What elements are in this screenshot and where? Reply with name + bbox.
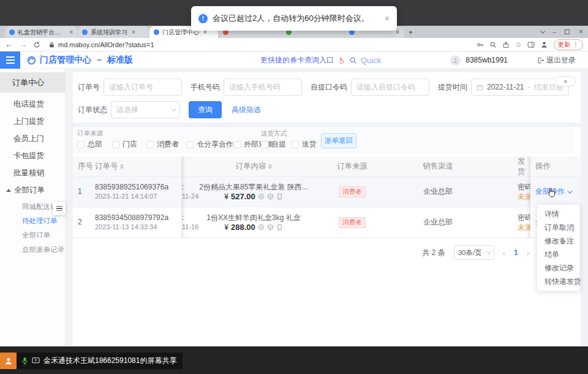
key-icon[interactable] <box>477 41 484 48</box>
table-header: 序号 订单号 订单内容 订单来源 销售渠道 发货 操作 <box>73 156 581 177</box>
action-dropdown-menu: 详情 订单取消 修改备注 结单 修改记录 转快递发货 <box>537 204 580 291</box>
tab-close-icon[interactable]: × <box>132 29 135 36</box>
all-actions-dropdown[interactable]: 全部操作 <box>535 186 581 197</box>
share-text: 金禾通技术王斌18662591081的屏幕共享 <box>43 356 176 366</box>
browser-update-button[interactable]: 更新 ⋮ <box>554 39 583 50</box>
page-size-select[interactable]: 30条/页 <box>454 245 494 260</box>
menu-item-close-order[interactable]: 结单 <box>537 248 579 261</box>
new-tab-button[interactable]: + <box>404 26 418 38</box>
checkbox-label: 送货 <box>302 139 317 150</box>
search-button[interactable]: 查询 <box>189 101 222 118</box>
address-bar-actions: ☆ 更新 ⋮ <box>477 39 583 50</box>
close-window-icon[interactable]: × <box>578 27 583 36</box>
reload-icon[interactable] <box>33 41 40 48</box>
tab-close-icon[interactable]: × <box>69 29 73 36</box>
sidebar-item-batch-verify[interactable]: 批量核销 <box>0 164 66 181</box>
meeting-toast: ! 会议已超过2人，自动转为60分钟限时会议。 × <box>191 6 397 31</box>
side-panel-icon[interactable] <box>527 41 535 48</box>
menu-hamburger-button[interactable] <box>0 52 20 69</box>
source-badge: 消费者 <box>339 186 366 197</box>
sort-icon[interactable] <box>120 164 124 169</box>
checkbox-self-pickup[interactable]: 自提 <box>261 139 286 150</box>
checkbox-store[interactable]: 门店 <box>112 139 137 150</box>
url-field[interactable]: md.maboy.cn/AllOrder?status=1 <box>47 41 470 48</box>
sidebar-subitem-all-orders[interactable]: 全部订单 <box>0 228 66 242</box>
browser-tab[interactable]: 系统培训学习 × <box>78 26 149 38</box>
minimize-icon[interactable]: – <box>552 28 556 36</box>
checkbox-label: 门店 <box>123 139 137 150</box>
order-no-input[interactable] <box>104 78 182 96</box>
filter-card: 订单号 手机号码 自提口令码 提货时间 2022-11-21 - 结束日期 订单… <box>73 72 581 123</box>
profile-icon[interactable] <box>540 40 548 48</box>
row-index: 2 <box>78 218 94 227</box>
forward-icon[interactable]: → <box>19 40 27 49</box>
box-icon <box>267 193 274 200</box>
tab-close-icon[interactable]: × <box>396 29 399 36</box>
sidebar-subitem-pending-orders[interactable]: 待处理订单 <box>0 214 66 228</box>
order-no-label: 订单号 <box>78 82 100 93</box>
table-row[interactable]: 1 83859389251069376a 2023-11-21 14:14:07… <box>73 177 581 207</box>
current-page[interactable]: 1 <box>514 248 518 257</box>
bookmark-star-icon[interactable]: ☆ <box>515 40 522 49</box>
quick-search-icon[interactable] <box>349 56 357 64</box>
order-status-select[interactable]: 请选择 <box>111 101 180 118</box>
sidebar-item-phone-pickup[interactable]: 电话提货 <box>0 96 66 113</box>
maximize-icon[interactable] <box>565 29 570 34</box>
order-source-label: 订单来源 <box>77 129 103 138</box>
prev-page-icon[interactable]: ‹ <box>503 248 505 258</box>
checkbox-icon <box>233 141 241 148</box>
date-range-picker[interactable]: 2022-11-21 - 结束日期 <box>471 78 569 96</box>
menu-item-to-express[interactable]: 转快递发货 <box>537 275 579 288</box>
zoom-icon[interactable] <box>489 41 497 48</box>
checkbox-warehouse-share[interactable]: 仓分享合作 <box>186 139 233 150</box>
date-dash: - <box>528 83 530 91</box>
order-number: 83859389251069376a <box>95 183 181 192</box>
sidebar-item-cardpack-pickup[interactable]: 卡包提货 <box>0 147 66 164</box>
chevron-down-icon <box>567 188 572 193</box>
mic-icon <box>21 357 28 365</box>
fixed-column-shadow <box>181 156 186 238</box>
dispatch-return-button[interactable]: 派单退回 <box>321 133 356 148</box>
pickup-code-input[interactable] <box>351 78 429 96</box>
tab-favicon <box>154 29 159 35</box>
checkbox-icon <box>186 141 194 148</box>
sidebar-item-door-pickup[interactable]: 上门提货 <box>0 113 66 130</box>
info-icon: ! <box>198 14 208 23</box>
menu-item-edit-history[interactable]: 修改记录 <box>537 261 579 275</box>
checkbox-label: 总部 <box>88 139 102 150</box>
sidebar-collapse-handle[interactable] <box>53 202 66 215</box>
checkbox-hq[interactable]: 总部 <box>77 139 102 150</box>
sidebar-subitem-hq-dispatch-records[interactable]: 总部派单记录 <box>0 243 66 257</box>
sort-icon[interactable] <box>268 164 272 169</box>
table-row[interactable]: 2 83859345088979792a 2023-11-13 14:33:34… <box>73 207 581 238</box>
price-value: 527.00 <box>231 192 255 201</box>
checkbox-consumer[interactable]: 消费者 <box>146 139 179 150</box>
coupon-query-link[interactable]: 更快捷的券卡查询入口 <box>260 55 334 66</box>
back-icon[interactable]: ← <box>5 40 13 49</box>
sidebar-item-member-visit[interactable]: 会员上门 <box>0 130 66 147</box>
quick-label[interactable]: Quick <box>361 56 381 65</box>
advanced-filter-link[interactable]: 高级筛选 <box>232 105 261 115</box>
box-icon <box>267 224 274 231</box>
calendar-icon <box>477 84 483 91</box>
checkbox-delivery[interactable]: 送货 <box>292 139 317 150</box>
checkbox-label: 仓分享合作 <box>197 139 233 150</box>
menu-item-details[interactable]: 详情 <box>537 207 579 221</box>
menu-item-edit-remark[interactable]: 修改备注 <box>537 234 579 248</box>
col-order-no[interactable]: 订单号 <box>95 156 124 177</box>
phone-input[interactable] <box>224 78 302 96</box>
collapse-filters-button[interactable]: » <box>555 76 576 86</box>
browser-tab[interactable]: 礼盒营销平台管理中心 × <box>5 26 77 38</box>
order-content-title: 2份精品大果85苹果礼盒装 陕西... <box>199 182 307 192</box>
menu-item-cancel-order[interactable]: 订单取消 <box>537 221 579 234</box>
checkbox-icon <box>146 141 154 148</box>
toast-message: 会议已超过2人，自动转为60分钟限时会议。 <box>213 13 369 24</box>
col-content[interactable]: 订单内容 <box>195 156 312 177</box>
next-page-icon[interactable]: › <box>527 248 529 258</box>
logout-button[interactable]: 退出登录 <box>537 55 576 66</box>
checkbox-label: 消费者 <box>157 139 179 150</box>
sidebar-item-all-orders-group[interactable]: 全部订单 <box>0 181 66 199</box>
toast-close-icon[interactable]: × <box>385 13 390 23</box>
share-icon[interactable] <box>502 41 510 48</box>
tab-search-chevron-icon[interactable] <box>540 28 545 33</box>
